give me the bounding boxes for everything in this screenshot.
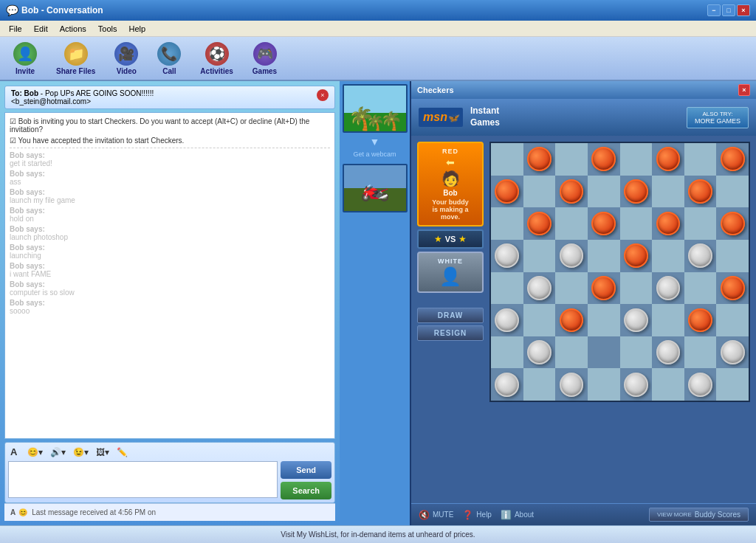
cell-7-5[interactable]: [652, 368, 684, 401]
cell-2-4[interactable]: [620, 207, 653, 240]
menu-edit[interactable]: Edit: [28, 23, 54, 35]
toolbar-invite-button[interactable]: 👤 Invite: [7, 39, 43, 78]
cell-2-7[interactable]: [716, 207, 749, 240]
cell-4-7[interactable]: [716, 272, 749, 305]
cell-7-0[interactable]: [491, 368, 523, 401]
mute-button[interactable]: 🔇 MUTE: [419, 510, 453, 520]
checkers-close-button[interactable]: ×: [738, 84, 750, 96]
cell-1-3[interactable]: [588, 176, 620, 208]
cell-7-4[interactable]: [620, 368, 653, 401]
background-button[interactable]: 🖼▾: [94, 446, 111, 458]
cell-0-4[interactable]: [620, 143, 653, 176]
cell-2-5[interactable]: [652, 207, 684, 240]
cell-2-0[interactable]: [491, 207, 523, 240]
cell-7-6[interactable]: [684, 368, 717, 401]
cell-5-4[interactable]: [620, 304, 653, 336]
cell-6-3[interactable]: [588, 336, 620, 369]
cell-3-4[interactable]: [620, 240, 653, 272]
cell-5-1[interactable]: [523, 304, 556, 336]
cell-0-2[interactable]: [555, 143, 588, 176]
cell-3-1[interactable]: [523, 240, 556, 272]
cell-3-5[interactable]: [652, 240, 684, 272]
cell-7-7[interactable]: [716, 368, 749, 401]
media-panel: 🌴 🌴 🌴 ▼ Get a webcam 🏍️: [340, 81, 410, 525]
window-close-button[interactable]: ×: [737, 4, 750, 16]
toolbar-games-button[interactable]: 🎮 Games: [247, 39, 283, 78]
chat-input-field[interactable]: [8, 461, 278, 498]
cell-1-6[interactable]: [684, 176, 717, 208]
minimize-button[interactable]: −: [707, 4, 721, 16]
font-button[interactable]: A: [8, 446, 19, 458]
cell-4-5[interactable]: [652, 272, 684, 305]
cell-0-6[interactable]: [684, 143, 717, 176]
cell-0-5[interactable]: [652, 143, 684, 176]
cell-1-7[interactable]: [716, 176, 749, 208]
wink-button[interactable]: 😉▾: [71, 446, 91, 458]
cell-6-6[interactable]: [684, 336, 717, 369]
cell-3-2[interactable]: [555, 240, 588, 272]
cell-3-3[interactable]: [588, 240, 620, 272]
cell-5-3[interactable]: [588, 304, 620, 336]
cell-0-3[interactable]: [588, 143, 620, 176]
cell-7-2[interactable]: [555, 368, 588, 401]
cell-2-3[interactable]: [588, 207, 620, 240]
cell-6-4[interactable]: [620, 336, 653, 369]
cell-5-2[interactable]: [555, 304, 588, 336]
cell-4-3[interactable]: [588, 272, 620, 305]
cell-7-1[interactable]: [523, 368, 556, 401]
cell-2-6[interactable]: [684, 207, 717, 240]
cell-4-1[interactable]: [523, 272, 556, 305]
cell-1-2[interactable]: [555, 176, 588, 208]
menu-tools[interactable]: Tools: [92, 23, 123, 35]
draw-button[interactable]: DRAW: [417, 308, 484, 323]
menu-file[interactable]: File: [3, 23, 28, 35]
about-button[interactable]: ℹ️ About: [501, 510, 534, 520]
cell-4-2[interactable]: [555, 272, 588, 305]
cell-3-7[interactable]: [716, 240, 749, 272]
cell-1-1[interactable]: [523, 176, 556, 208]
cell-5-5[interactable]: [652, 304, 684, 336]
cell-3-6[interactable]: [684, 240, 717, 272]
menu-help[interactable]: Help: [123, 23, 151, 35]
cell-7-3[interactable]: [588, 368, 620, 401]
audio-button[interactable]: 🔊▾: [48, 446, 68, 458]
cell-1-5[interactable]: [652, 176, 684, 208]
cell-6-1[interactable]: [523, 336, 556, 369]
cell-6-7[interactable]: [716, 336, 749, 369]
menu-actions[interactable]: Actions: [54, 23, 92, 35]
status-text: Visit My WishList, for in-demand items a…: [281, 530, 475, 539]
sender-label: Bob says:: [10, 262, 45, 270]
help-button[interactable]: ❓ Help: [462, 510, 492, 520]
cell-4-6[interactable]: [684, 272, 717, 305]
cell-4-4[interactable]: [620, 272, 653, 305]
cell-6-5[interactable]: [652, 336, 684, 369]
handwriting-button[interactable]: ✏️: [114, 446, 130, 458]
cell-6-2[interactable]: [555, 336, 588, 369]
message-text: computer is so slow: [10, 288, 75, 297]
toolbar-call-button[interactable]: 📞 Call: [151, 39, 187, 78]
cell-1-0[interactable]: [491, 176, 523, 208]
cell-1-4[interactable]: [620, 176, 653, 208]
cell-0-0[interactable]: [491, 143, 523, 176]
maximize-button[interactable]: □: [722, 4, 735, 16]
toolbar-activities-button[interactable]: ⚽ Activities: [194, 39, 238, 78]
toolbar-share-files-button[interactable]: 📁 Share Files: [50, 39, 101, 78]
cell-6-0[interactable]: [491, 336, 523, 369]
chat-close-button[interactable]: ×: [317, 89, 329, 101]
more-games-button[interactable]: ALSO TRY: MORE GAMES: [687, 107, 749, 128]
cell-5-6[interactable]: [684, 304, 717, 336]
resign-button[interactable]: RESIGN: [417, 325, 484, 341]
cell-2-2[interactable]: [555, 207, 588, 240]
buddy-scores-button[interactable]: VIEW MORE Buddy Scores: [649, 508, 749, 522]
cell-5-0[interactable]: [491, 304, 523, 336]
cell-0-7[interactable]: [716, 143, 749, 176]
cell-3-0[interactable]: [491, 240, 523, 272]
toolbar-video-button[interactable]: 🎥 Video: [109, 39, 144, 78]
search-button[interactable]: Search: [281, 482, 331, 499]
cell-0-1[interactable]: [523, 143, 556, 176]
smiley-button[interactable]: 😊▾: [25, 446, 45, 458]
cell-4-0[interactable]: [491, 272, 523, 305]
cell-2-1[interactable]: [523, 207, 556, 240]
cell-5-7[interactable]: [716, 304, 749, 336]
send-button[interactable]: Send: [281, 461, 331, 479]
